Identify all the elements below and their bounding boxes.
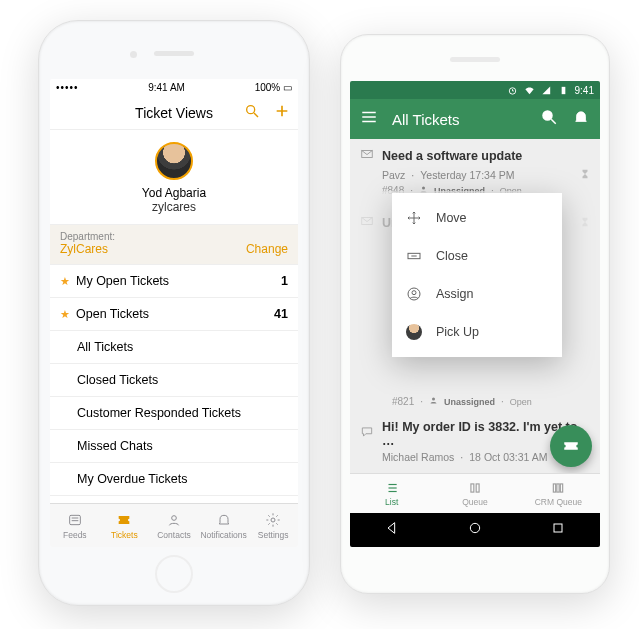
ticket-date: 18 Oct 03:31 AM	[469, 451, 547, 463]
svg-point-17	[422, 187, 425, 190]
ticket-list[interactable]: Need a software update Pavz · Yesterday …	[350, 139, 600, 473]
android-app-bar: All Tickets	[350, 99, 600, 139]
tab-contacts[interactable]: Contacts	[149, 504, 199, 547]
svg-line-15	[551, 119, 556, 124]
ticket-plus-icon	[562, 437, 580, 455]
department-bar: Department: ZylCares Change	[50, 224, 298, 265]
svg-rect-10	[561, 86, 565, 93]
svg-rect-34	[561, 483, 563, 491]
view-item[interactable]: Closed Tickets	[50, 364, 298, 397]
context-menu: Move Close Assign Pick Up	[392, 193, 562, 357]
svg-point-14	[543, 111, 552, 120]
change-department-button[interactable]: Change	[246, 242, 288, 256]
iphone-camera	[130, 51, 137, 58]
tab-label: List	[385, 497, 398, 507]
tab-label: Queue	[462, 497, 488, 507]
svg-rect-30	[471, 483, 474, 491]
home-button[interactable]	[155, 555, 193, 593]
hourglass-icon	[580, 168, 590, 182]
star-icon: ★	[60, 275, 70, 288]
iphone-speaker	[154, 51, 194, 56]
view-count: 1	[281, 274, 288, 288]
assign-icon	[406, 286, 422, 302]
tab-crm-queue[interactable]: CRM Queue	[517, 474, 600, 513]
user-avatar-icon	[406, 324, 422, 340]
tab-queue[interactable]: Queue	[433, 474, 516, 513]
department-label: Department:	[60, 231, 115, 242]
battery-icon	[558, 85, 569, 96]
view-item[interactable]: ★ My Open Tickets 1	[50, 265, 298, 298]
person-icon	[429, 396, 438, 407]
android-bottom-tabs: List Queue CRM Queue	[350, 473, 600, 513]
chat-icon	[360, 425, 374, 443]
view-label: Closed Tickets	[77, 373, 288, 387]
tab-label: Settings	[258, 530, 289, 540]
profile-block: Yod Agbaria zylcares	[50, 130, 298, 224]
ticket-contact: Michael Ramos	[382, 451, 454, 463]
ticket-assignee: Unassigned	[444, 397, 495, 407]
menu-close[interactable]: Close	[392, 237, 562, 275]
search-icon[interactable]	[540, 108, 558, 130]
svg-rect-4	[69, 515, 80, 524]
svg-rect-32	[554, 483, 556, 491]
svg-rect-33	[557, 483, 559, 491]
star-icon: ★	[60, 308, 70, 321]
android-status-bar: 9:41	[350, 81, 600, 99]
view-item[interactable]: All Tickets	[50, 331, 298, 364]
ticket-views-list: ★ My Open Tickets 1 ★ Open Tickets 41 Al…	[50, 265, 298, 529]
view-item[interactable]: ★ Open Tickets 41	[50, 298, 298, 331]
view-label: Missed Chats	[77, 439, 288, 453]
envelope-icon	[360, 147, 374, 165]
department-value: ZylCares	[60, 242, 108, 256]
tab-notifications[interactable]: Notifications	[199, 504, 249, 547]
svg-point-35	[470, 523, 479, 532]
svg-rect-36	[554, 524, 562, 532]
svg-point-19	[432, 398, 435, 401]
menu-move[interactable]: Move	[392, 199, 562, 237]
alarm-icon	[507, 85, 518, 96]
profile-avatar[interactable]	[155, 142, 193, 180]
add-icon[interactable]	[274, 103, 290, 123]
status-time: 9:41	[575, 85, 594, 96]
search-icon[interactable]	[244, 103, 260, 123]
view-item[interactable]: My Overdue Tickets	[50, 463, 298, 496]
view-item[interactable]: Customer Responded Tickets	[50, 397, 298, 430]
ticket-date: Yesterday 17:34 PM	[420, 169, 514, 181]
tab-label: Tickets	[111, 530, 138, 540]
view-label: Open Tickets	[76, 307, 274, 321]
menu-pickup[interactable]: Pick Up	[392, 313, 562, 351]
header-title: Ticket Views	[135, 105, 213, 121]
ticket-subject: Need a software update	[382, 149, 522, 163]
nav-home[interactable]	[467, 520, 483, 540]
nav-recent[interactable]	[550, 520, 566, 540]
svg-rect-31	[476, 483, 479, 491]
svg-point-23	[412, 291, 416, 295]
iphone-screen: ••••• 9:41 AM 100% ▭ Ticket Views Yod Ag…	[50, 79, 298, 547]
nav-back[interactable]	[384, 520, 400, 540]
menu-label: Move	[436, 211, 467, 225]
view-item[interactable]: Missed Chats	[50, 430, 298, 463]
tab-list[interactable]: List	[350, 474, 433, 513]
view-label: Customer Responded Tickets	[77, 406, 288, 420]
tab-settings[interactable]: Settings	[248, 504, 298, 547]
tab-label: CRM Queue	[535, 497, 582, 507]
android-screen: 9:41 All Tickets Need a software update	[350, 81, 600, 547]
fab-new-ticket[interactable]	[550, 425, 592, 467]
bell-icon[interactable]	[572, 108, 590, 130]
signal-icon	[541, 85, 552, 96]
view-label: All Tickets	[77, 340, 288, 354]
tab-label: Notifications	[200, 530, 246, 540]
svg-point-0	[247, 105, 255, 113]
svg-point-7	[172, 515, 177, 520]
tab-tickets[interactable]: Tickets	[100, 504, 150, 547]
signal-dots: •••••	[56, 82, 79, 93]
view-label: My Overdue Tickets	[77, 472, 288, 486]
ios-status-bar: ••••• 9:41 AM 100% ▭	[50, 79, 298, 96]
tab-feeds[interactable]: Feeds	[50, 504, 100, 547]
android-frame: 9:41 All Tickets Need a software update	[340, 34, 610, 594]
appbar-title: All Tickets	[392, 111, 526, 128]
menu-assign[interactable]: Assign	[392, 275, 562, 313]
svg-line-1	[254, 113, 258, 117]
wifi-icon	[524, 85, 535, 96]
hamburger-icon[interactable]	[360, 108, 378, 130]
